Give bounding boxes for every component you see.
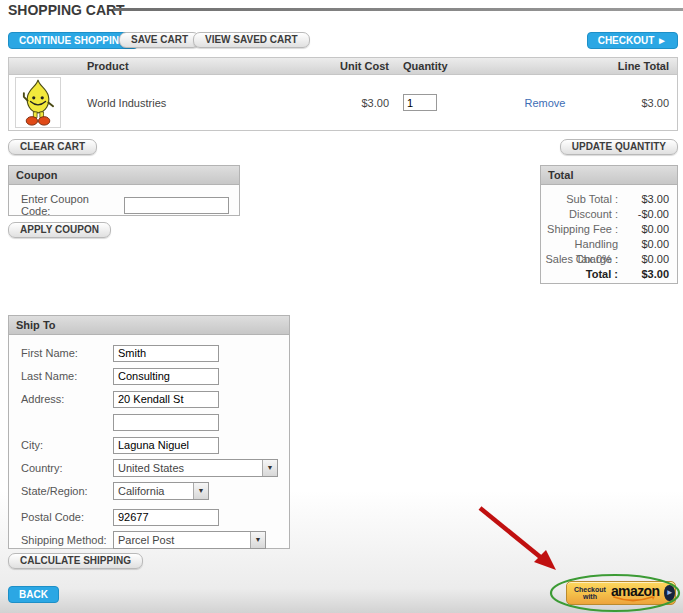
total-row-shipping-fee: Shipping Fee : $0.00 <box>545 222 669 237</box>
city-field[interactable] <box>113 437 219 454</box>
chevron-down-icon[interactable]: ▼ <box>250 532 265 548</box>
col-header-product: Product <box>87 60 303 72</box>
ship-to-panel-title: Ship To <box>9 316 289 335</box>
col-header-line-total: Line Total <box>587 60 677 72</box>
coupon-panel-title: Coupon <box>9 166 239 185</box>
annotation-arrow <box>470 500 570 580</box>
city-row: City: <box>21 436 289 454</box>
ship-to-panel: Ship To First Name: Last Name: Address: … <box>8 315 290 549</box>
postal-code-row: Postal Code: <box>21 508 289 526</box>
country-select[interactable]: United States ▼ <box>113 459 278 477</box>
col-header-quantity: Quantity <box>403 60 503 72</box>
country-label: Country: <box>21 462 113 474</box>
flameboy-character-icon <box>16 78 60 127</box>
amazon-swoosh-icon <box>612 596 658 604</box>
coupon-code-input[interactable] <box>124 197 229 214</box>
coupon-panel: Coupon Enter Coupon Code: <box>8 165 240 216</box>
chevron-down-icon[interactable]: ▼ <box>193 483 208 499</box>
total-row-grand-total: Total : $3.00 <box>545 267 669 282</box>
table-row: World Industries $3.00 Remove $3.00 <box>9 75 677 130</box>
total-row-handling-charge: Handling Charge : $0.00 <box>545 237 669 252</box>
apply-coupon-button[interactable]: APPLY COUPON <box>8 222 111 238</box>
state-select[interactable]: California ▼ <box>113 482 209 500</box>
page-title: SHOPPING CART <box>8 2 125 18</box>
product-name: World Industries <box>87 97 303 109</box>
postal-code-field[interactable] <box>113 509 219 526</box>
checkout-button[interactable]: CHECKOUT ► <box>587 32 678 49</box>
total-row-discount: Discount : -$0.00 <box>545 207 669 222</box>
postal-code-label: Postal Code: <box>21 511 113 523</box>
calculate-shipping-button[interactable]: CALCULATE SHIPPING <box>8 553 143 569</box>
last-name-label: Last Name: <box>21 370 113 382</box>
play-icon: ► <box>664 585 675 601</box>
line-total-value: $3.00 <box>587 97 677 109</box>
clear-cart-button[interactable]: CLEAR CART <box>8 139 97 155</box>
quantity-input[interactable] <box>403 94 437 111</box>
city-label: City: <box>21 439 113 451</box>
checkout-with-amazon-button[interactable]: Checkout with amazon ► <box>566 581 676 605</box>
country-row: Country: United States ▼ <box>21 459 289 477</box>
state-label: State/Region: <box>21 485 113 497</box>
address-label: Address: <box>21 393 113 405</box>
state-row: State/Region: California ▼ <box>21 482 289 500</box>
shipping-method-row: Shipping Method: Parcel Post ▼ <box>21 531 289 549</box>
address2-row <box>21 413 289 431</box>
last-name-field[interactable] <box>113 368 219 385</box>
save-cart-button[interactable]: SAVE CART <box>119 32 200 48</box>
checkout-with-label: Checkout with <box>574 586 606 600</box>
first-name-label: First Name: <box>21 347 113 359</box>
amazon-logo: amazon <box>611 584 660 598</box>
first-name-field[interactable] <box>113 345 219 362</box>
last-name-row: Last Name: <box>21 367 289 385</box>
chevron-down-icon[interactable]: ▼ <box>262 460 277 476</box>
back-button[interactable]: BACK <box>8 586 59 603</box>
col-header-unit-cost: Unit Cost <box>303 60 403 72</box>
shipping-method-label: Shipping Method: <box>21 534 113 546</box>
title-divider <box>113 8 683 11</box>
total-row-subtotal: Sub Total : $3.00 <box>545 192 669 207</box>
cart-table: Product Unit Cost Quantity Line Total <box>8 57 678 131</box>
shopping-cart-page: SHOPPING CART CONTINUE SHOPPING SAVE CAR… <box>0 0 683 613</box>
coupon-code-label: Enter Coupon Code: <box>21 193 112 217</box>
shipping-method-select[interactable]: Parcel Post ▼ <box>113 531 266 549</box>
view-saved-cart-button[interactable]: VIEW SAVED CART <box>193 32 310 48</box>
total-panel: Total Sub Total : $3.00 Discount : -$0.0… <box>540 165 678 284</box>
address2-field[interactable] <box>113 414 219 431</box>
product-image <box>15 77 61 128</box>
update-quantity-button[interactable]: UPDATE QUANTITY <box>560 139 678 155</box>
total-panel-title: Total <box>541 166 677 185</box>
first-name-row: First Name: <box>21 344 289 362</box>
unit-cost-value: $3.00 <box>303 97 403 109</box>
total-row-sales-tax: Sales Tax 0% : $0.00 <box>545 252 669 267</box>
cart-table-header: Product Unit Cost Quantity Line Total <box>9 58 677 75</box>
remove-link[interactable]: Remove <box>525 97 566 109</box>
address-row: Address: <box>21 390 289 408</box>
address-field[interactable] <box>113 391 219 408</box>
